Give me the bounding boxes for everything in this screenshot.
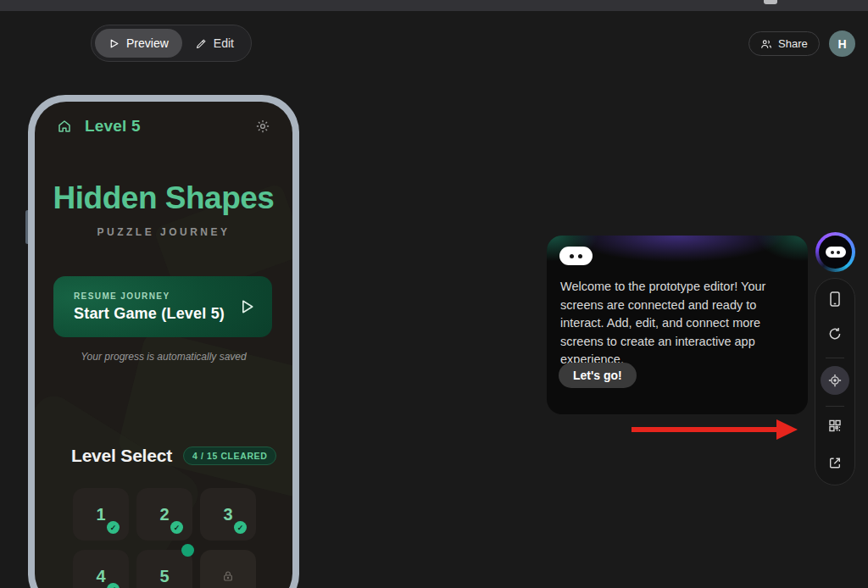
level-grid: 1 ✓ 2 ✓ 3 ✓ 4 ✓ 5 [73, 488, 256, 588]
resume-journey-label: RESUME JOURNEY [74, 291, 225, 301]
app-header: Level 5 [35, 117, 292, 136]
assistant-icon [559, 247, 593, 265]
avatar[interactable]: H [829, 31, 855, 57]
external-link-icon [828, 456, 843, 470]
level-tile-2[interactable]: 2 ✓ [136, 488, 192, 541]
level-title: Level 5 [85, 117, 141, 136]
annotation-arrow [632, 427, 779, 432]
cleared-badge: 4 / 15 CLEARED [183, 447, 276, 465]
check-icon: ✓ [107, 583, 120, 588]
app-subtitle-text: PUZZLE JOURNEY [35, 226, 292, 238]
level-select-title: Level Select [71, 446, 172, 466]
play-outline-icon [238, 298, 255, 315]
tool-rail [815, 278, 855, 485]
assistant-icon [826, 247, 846, 258]
start-game-label: Start Game (Level 5) [74, 305, 225, 323]
divider [826, 406, 844, 407]
qr-code-icon [828, 419, 843, 433]
avatar-initial: H [837, 37, 846, 51]
welcome-tooltip: Welcome to the prototype editor! Your sc… [547, 236, 808, 414]
level-tile-4[interactable]: 4 ✓ [73, 550, 129, 588]
pencil-icon [196, 38, 207, 49]
hero: Hidden Shapes PUZZLE JOURNEY [35, 180, 292, 238]
preview-tab[interactable]: Preview [95, 29, 182, 58]
assistant-button[interactable] [815, 232, 855, 272]
app-title-text: Hidden Shapes [35, 180, 292, 216]
mode-toggle: Preview Edit [91, 25, 252, 62]
share-button-label: Share [778, 37, 808, 50]
phone-screen: Level 5 Hidden Shapes PUZZLE JOURNEY RES… [35, 102, 292, 588]
start-game-button[interactable]: RESUME JOURNEY Start Game (Level 5) [53, 276, 272, 337]
chrome-partial-icon [764, 0, 777, 4]
lock-icon [221, 569, 235, 583]
share-button[interactable]: Share [748, 31, 820, 56]
current-level-dot [181, 544, 194, 557]
level-tile-3[interactable]: 3 ✓ [200, 488, 256, 541]
level-tile-locked[interactable] [200, 550, 256, 588]
locate-button[interactable] [821, 366, 849, 395]
edit-tab[interactable]: Edit [182, 29, 248, 58]
check-icon: ✓ [234, 521, 247, 534]
refresh-icon [827, 326, 843, 341]
phone-frame: Level 5 Hidden Shapes PUZZLE JOURNEY RES… [28, 95, 299, 588]
qr-code-button[interactable] [828, 419, 843, 433]
browser-chrome-strip [0, 0, 868, 11]
level-tile-5[interactable]: 5 [136, 550, 192, 588]
check-icon: ✓ [170, 521, 183, 534]
edit-tab-label: Edit [214, 36, 234, 50]
annotation-arrow-head [776, 419, 798, 440]
device-preview-button[interactable] [828, 291, 843, 308]
prototype-editor-canvas: Preview Edit Share H Level 5 [0, 0, 868, 588]
lets-go-button[interactable]: Let's go! [559, 363, 637, 388]
gear-icon[interactable] [255, 119, 270, 134]
people-icon [760, 38, 772, 50]
preview-tab-label: Preview [126, 36, 169, 50]
check-icon: ✓ [107, 521, 120, 534]
level-select-header: Level Select 4 / 15 CLEARED [71, 446, 276, 466]
open-external-button[interactable] [828, 456, 843, 470]
tooltip-message: Welcome to the prototype editor! Your sc… [560, 278, 798, 369]
level-tile-1[interactable]: 1 ✓ [73, 488, 129, 541]
home-icon[interactable] [57, 119, 72, 134]
refresh-button[interactable] [827, 326, 843, 341]
target-icon [827, 373, 843, 388]
play-icon [108, 38, 120, 49]
divider [826, 358, 844, 358]
progress-note: Your progress is automatically saved [35, 351, 292, 363]
phone-icon [828, 291, 843, 308]
